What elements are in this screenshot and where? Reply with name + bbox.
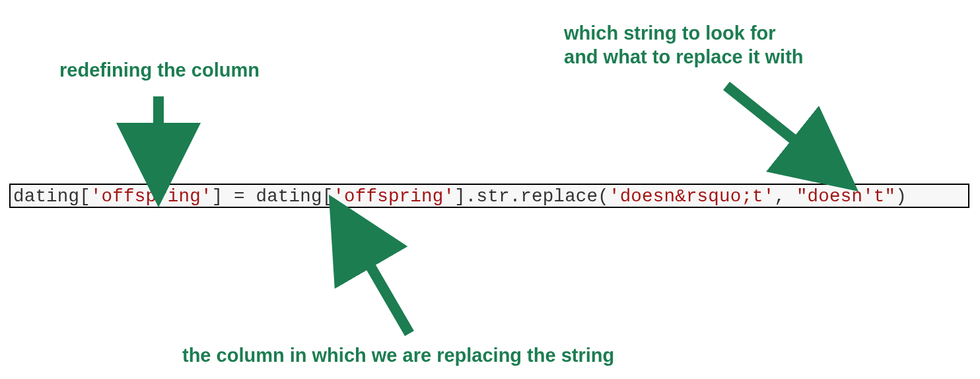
- code-string: 'offspring': [333, 186, 454, 207]
- annotation-which-string-line2: and what to replace it with: [564, 46, 804, 67]
- code-string: 'doesn&rsquo;t': [609, 186, 775, 207]
- svg-line-1: [726, 86, 825, 165]
- annotation-which-string: which string to look for and what to rep…: [564, 21, 804, 69]
- code-string: "doesn't": [796, 186, 895, 207]
- arrow-diagonal-icon: [713, 79, 858, 185]
- arrow-down-icon: [139, 92, 178, 178]
- code-token: dating[: [13, 186, 90, 207]
- code-token: ,: [775, 186, 796, 207]
- code-token: ] = dating[: [212, 186, 333, 207]
- arrow-up-icon: [317, 218, 449, 343]
- annotation-which-string-line1: which string to look for: [564, 22, 776, 44]
- svg-line-2: [350, 231, 409, 333]
- code-string: 'offspring': [90, 186, 212, 207]
- code-token: ): [895, 186, 907, 207]
- annotation-column-replacing: the column in which we are replacing the…: [182, 343, 614, 367]
- code-line: dating['offspring'] = dating['offspring'…: [9, 184, 969, 208]
- annotation-redefining-column: redefining the column: [59, 58, 260, 82]
- code-token: ].str.replace(: [454, 186, 609, 207]
